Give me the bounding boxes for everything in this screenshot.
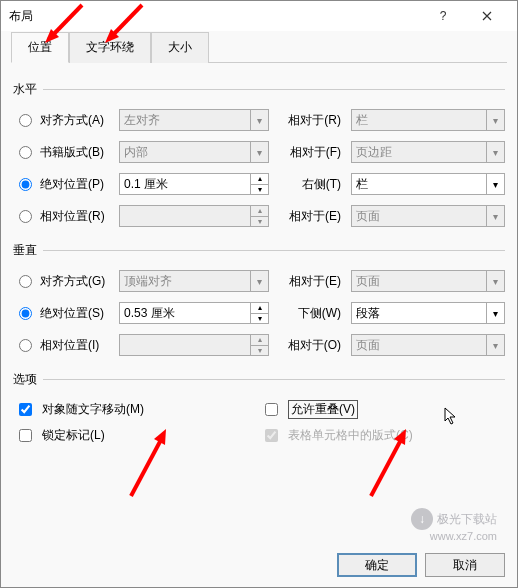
layout-dialog: 布局 ? 位置 文字环绕 大小 水平 对齐方式(A) 左对齐▾ 相对于(R) 栏… (0, 0, 518, 588)
v-rel-row: 相对位置(I) ▴▾ 相对于(O) 页面▾ (13, 329, 505, 361)
h-book-rel-combo: 页边距▾ (351, 141, 505, 163)
h-align-radio[interactable]: 对齐方式(A) (13, 112, 113, 129)
titlebar: 布局 ? (1, 1, 517, 31)
chevron-down-icon: ▾ (250, 142, 268, 162)
spinner-down-icon[interactable]: ▾ (251, 314, 268, 324)
v-rel-radio[interactable]: 相对位置(I) (13, 337, 113, 354)
v-abs-rel-combo[interactable]: 段落▾ (351, 302, 505, 324)
h-book-combo: 内部▾ (119, 141, 269, 163)
v-align-combo: 顶端对齐▾ (119, 270, 269, 292)
chevron-down-icon: ▾ (250, 110, 268, 130)
dialog-title: 布局 (9, 8, 421, 25)
tab-strip: 位置 文字环绕 大小 (11, 31, 507, 63)
spinner-up-icon[interactable]: ▴ (251, 174, 268, 185)
move-with-text-label: 对象随文字移动(M) (42, 401, 144, 418)
cursor-icon (444, 407, 458, 425)
close-button[interactable] (465, 1, 509, 31)
h-rel-rel-label: 相对于(E) (279, 208, 341, 225)
watermark: ↓极光下载站 www.xz7.com (411, 508, 497, 542)
h-abs-radio[interactable]: 绝对位置(P) (13, 176, 113, 193)
h-rel-row: 相对位置(R) ▴▾ 相对于(E) 页面▾ (13, 200, 505, 232)
close-icon (482, 11, 492, 21)
v-abs-row: 绝对位置(S) 0.53 厘米▴▾ 下侧(W) 段落▾ (13, 297, 505, 329)
h-abs-rel-label: 右侧(T) (279, 176, 341, 193)
tab-position[interactable]: 位置 (11, 32, 69, 63)
h-book-rel-label: 相对于(F) (279, 144, 341, 161)
h-book-row: 书籍版式(B) 内部▾ 相对于(F) 页边距▾ (13, 136, 505, 168)
h-book-radio[interactable]: 书籍版式(B) (13, 144, 113, 161)
h-abs-spinner[interactable]: 0.1 厘米▴▾ (119, 173, 269, 195)
chevron-down-icon: ▾ (486, 206, 504, 226)
chevron-down-icon: ▾ (486, 142, 504, 162)
lock-anchor-checkbox[interactable] (19, 429, 32, 442)
v-align-row: 对齐方式(G) 顶端对齐▾ 相对于(E) 页面▾ (13, 265, 505, 297)
v-rel-rel-label: 相对于(O) (279, 337, 341, 354)
chevron-down-icon: ▾ (486, 110, 504, 130)
spinner-down-icon: ▾ (251, 346, 268, 356)
chevron-down-icon[interactable]: ▾ (486, 174, 504, 194)
chevron-down-icon[interactable]: ▾ (486, 303, 504, 323)
h-rel-spinner: ▴▾ (119, 205, 269, 227)
move-with-text-checkbox[interactable] (19, 403, 32, 416)
h-rel-radio[interactable]: 相对位置(R) (13, 208, 113, 225)
table-layout-label: 表格单元格中的版式(C) (288, 427, 413, 444)
spinner-up-icon: ▴ (251, 335, 268, 346)
section-vertical: 垂直 (13, 242, 505, 259)
watermark-logo-icon: ↓ (411, 508, 433, 530)
footer: 确定 取消 (337, 553, 505, 577)
allow-overlap-label: 允许重叠(V) (288, 400, 358, 419)
h-rel-rel-combo: 页面▾ (351, 205, 505, 227)
table-layout-checkbox (265, 429, 278, 442)
h-align-row: 对齐方式(A) 左对齐▾ 相对于(R) 栏▾ (13, 104, 505, 136)
ok-button[interactable]: 确定 (337, 553, 417, 577)
h-align-rel-label: 相对于(R) (279, 112, 341, 129)
v-align-rel-label: 相对于(E) (279, 273, 341, 290)
h-align-combo: 左对齐▾ (119, 109, 269, 131)
chevron-down-icon: ▾ (486, 271, 504, 291)
spinner-up-icon: ▴ (251, 206, 268, 217)
h-abs-rel-combo[interactable]: 栏▾ (351, 173, 505, 195)
chevron-down-icon: ▾ (486, 335, 504, 355)
allow-overlap-checkbox[interactable] (265, 403, 278, 416)
help-button[interactable]: ? (421, 1, 465, 31)
content-area: 水平 对齐方式(A) 左对齐▾ 相对于(R) 栏▾ 书籍版式(B) 内部▾ 相对… (1, 63, 517, 456)
lock-anchor-label: 锁定标记(L) (42, 427, 105, 444)
v-abs-radio[interactable]: 绝对位置(S) (13, 305, 113, 322)
h-align-rel-combo: 栏▾ (351, 109, 505, 131)
section-horizontal: 水平 (13, 81, 505, 98)
v-align-rel-combo: 页面▾ (351, 270, 505, 292)
v-align-radio[interactable]: 对齐方式(G) (13, 273, 113, 290)
tab-text-wrap[interactable]: 文字环绕 (69, 32, 151, 63)
chevron-down-icon: ▾ (250, 271, 268, 291)
section-options: 选项 (13, 371, 505, 388)
spinner-down-icon[interactable]: ▾ (251, 185, 268, 195)
cancel-button[interactable]: 取消 (425, 553, 505, 577)
v-rel-rel-combo: 页面▾ (351, 334, 505, 356)
options-area: 对象随文字移动(M) 锁定标记(L) 允许重叠(V) 表格单元格中的版式(C) (13, 396, 505, 448)
spinner-up-icon[interactable]: ▴ (251, 303, 268, 314)
tab-size[interactable]: 大小 (151, 32, 209, 63)
spinner-down-icon: ▾ (251, 217, 268, 227)
v-abs-spinner[interactable]: 0.53 厘米▴▾ (119, 302, 269, 324)
v-abs-rel-label: 下侧(W) (279, 305, 341, 322)
v-rel-spinner: ▴▾ (119, 334, 269, 356)
h-abs-row: 绝对位置(P) 0.1 厘米▴▾ 右侧(T) 栏▾ (13, 168, 505, 200)
